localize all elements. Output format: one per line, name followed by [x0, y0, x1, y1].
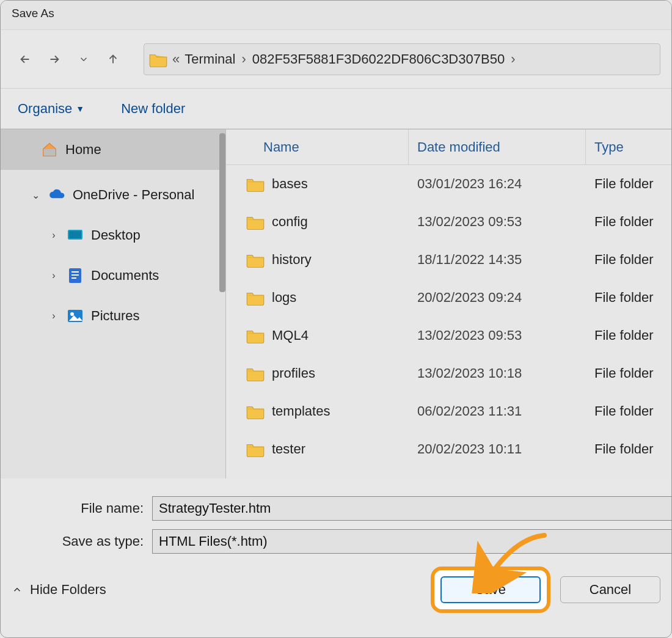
file-date-cell: 13/02/2023 09:53 — [409, 214, 586, 230]
file-list-pane: Name Date modified Type bases 03/01/2023… — [225, 130, 671, 479]
file-name-cell: profiles — [225, 365, 409, 381]
file-name-cell: logs — [225, 290, 409, 306]
chevron-down-icon — [78, 54, 89, 65]
dialog-footer: Hide Folders Save Cancel — [1, 559, 671, 620]
cloud-icon — [48, 186, 65, 204]
sidebar-item-label: Pictures — [91, 308, 139, 324]
filetype-label: Save as type: — [1, 534, 152, 549]
file-type-cell: File folder — [586, 252, 671, 268]
file-name-cell: MQL4 — [225, 328, 409, 343]
column-header-type[interactable]: Type — [586, 130, 671, 164]
folder-icon — [246, 328, 265, 343]
file-type-cell: File folder — [586, 328, 671, 343]
file-name: templates — [272, 403, 330, 419]
file-name-cell: config — [225, 214, 409, 230]
file-row[interactable]: logs 20/02/2023 09:24 File folder — [225, 279, 671, 317]
new-folder-button[interactable]: New folder — [121, 101, 185, 117]
sidebar-item-label: Home — [65, 142, 101, 158]
file-row[interactable]: MQL4 13/02/2023 09:53 File folder — [225, 317, 671, 354]
file-date-cell: 06/02/2023 11:31 — [409, 403, 586, 419]
column-header-name[interactable]: Name — [225, 130, 409, 164]
forward-button[interactable] — [41, 46, 68, 73]
navigation-bar: « Terminal › 082F53F5881F3D6022DF806C3D3… — [1, 30, 671, 89]
sidebar-item-label: OneDrive - Personal — [73, 187, 194, 203]
filetype-select[interactable]: HTML Files(*.htm) — [152, 529, 671, 554]
organise-button[interactable]: Organise ▼ — [18, 101, 84, 117]
file-name: profiles — [272, 365, 315, 381]
svg-point-8 — [70, 312, 74, 316]
svg-rect-5 — [71, 274, 79, 276]
hide-folders-button[interactable]: Hide Folders — [12, 582, 106, 598]
file-date-cell: 03/01/2023 16:24 — [409, 176, 586, 192]
cancel-label: Cancel — [590, 582, 631, 598]
filename-input[interactable] — [152, 496, 671, 521]
file-list: bases 03/01/2023 16:24 File folder confi… — [225, 165, 671, 479]
file-type-cell: File folder — [586, 403, 671, 419]
folder-icon — [246, 176, 265, 192]
file-name-cell: tester — [225, 441, 409, 457]
annotation-highlight: Save — [431, 566, 550, 613]
sidebar-item-desktop[interactable]: › Desktop — [1, 215, 225, 255]
column-header-date[interactable]: Date modified — [409, 130, 586, 164]
file-name: history — [272, 252, 312, 268]
file-name: tester — [272, 441, 305, 457]
sidebar-item-label: Desktop — [91, 227, 141, 243]
address-bar[interactable]: « Terminal › 082F53F5881F3D6022DF806C3D3… — [144, 43, 660, 75]
file-type-cell: File folder — [586, 290, 671, 306]
file-date-cell: 18/11/2022 14:35 — [409, 252, 586, 268]
file-row[interactable]: profiles 13/02/2023 10:18 File folder — [225, 354, 671, 392]
breadcrumb-label: Terminal — [184, 51, 235, 67]
file-type-cell: File folder — [586, 176, 671, 192]
sidebar-item-documents[interactable]: › Documents — [1, 255, 225, 296]
caret-down-icon: ▼ — [76, 104, 84, 114]
folder-icon — [246, 252, 265, 268]
breadcrumb-segment[interactable]: 082F53F5881F3D6022DF806C3D307B50 — [252, 51, 505, 67]
file-name-cell: templates — [225, 403, 409, 419]
file-type-cell: File folder — [586, 441, 671, 457]
file-type-cell: File folder — [586, 214, 671, 230]
breadcrumb-segment[interactable]: Terminal — [184, 51, 235, 67]
folder-icon — [149, 51, 167, 67]
sidebar-item-home[interactable]: Home — [1, 130, 225, 170]
navigation-pane: Home ⌄ OneDrive - Personal › Desktop › D… — [1, 130, 225, 479]
arrow-left-icon — [18, 53, 32, 66]
pane-divider[interactable] — [225, 130, 226, 479]
svg-rect-6 — [71, 277, 76, 279]
folder-icon — [246, 403, 265, 419]
file-row[interactable]: bases 03/01/2023 16:24 File folder — [225, 165, 671, 203]
cancel-button[interactable]: Cancel — [560, 576, 660, 603]
breadcrumb-overflow[interactable]: « — [172, 51, 180, 67]
recent-locations-button[interactable] — [70, 46, 97, 73]
chevron-right-icon[interactable]: › — [509, 51, 516, 67]
organise-label: Organise — [18, 101, 72, 117]
save-button[interactable]: Save — [440, 576, 541, 603]
file-name: MQL4 — [272, 328, 309, 343]
filename-label: File name: — [1, 501, 152, 516]
sidebar-item-pictures[interactable]: › Pictures — [1, 296, 225, 336]
svg-rect-4 — [71, 271, 79, 273]
window-title: Save As — [12, 7, 54, 20]
back-button[interactable] — [12, 46, 38, 73]
window-title-bar: Save As — [1, 1, 671, 30]
filetype-row: Save as type: HTML Files(*.htm) — [1, 526, 671, 557]
chevron-right-icon[interactable]: › — [240, 51, 247, 67]
file-row[interactable]: tester 20/02/2023 10:11 File folder — [225, 430, 671, 468]
sidebar-scrollbar[interactable] — [219, 133, 225, 292]
file-row[interactable]: templates 06/02/2023 11:31 File folder — [225, 392, 671, 430]
chevron-down-icon[interactable]: ⌄ — [30, 189, 41, 201]
pictures-icon — [67, 307, 84, 324]
chevron-right-icon[interactable]: › — [48, 230, 59, 241]
file-row[interactable]: history 18/11/2022 14:35 File folder — [225, 241, 671, 279]
filetype-value: HTML Files(*.htm) — [159, 534, 268, 549]
file-date-cell: 13/02/2023 10:18 — [409, 365, 586, 381]
chevron-right-icon[interactable]: › — [48, 310, 59, 321]
filename-row: File name: — [1, 493, 671, 524]
file-row[interactable]: config 13/02/2023 09:53 File folder — [225, 203, 671, 241]
arrow-right-icon — [48, 53, 61, 66]
svg-rect-0 — [43, 149, 56, 156]
folder-icon — [246, 214, 265, 230]
chevron-right-icon[interactable]: › — [48, 270, 59, 281]
up-button[interactable] — [100, 46, 126, 73]
file-name: bases — [272, 176, 308, 192]
sidebar-item-onedrive[interactable]: ⌄ OneDrive - Personal — [1, 175, 225, 215]
